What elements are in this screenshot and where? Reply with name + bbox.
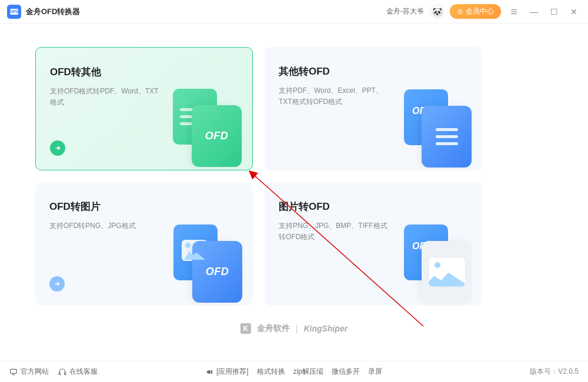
footer-link-zip[interactable]: zip解压缩: [293, 367, 323, 377]
headset-icon: [58, 368, 66, 376]
main-content: OFD转其他 支持OFD格式转PDF、Word、TXT格式 OFD 其他转OFD…: [0, 24, 588, 306]
card-desc: 支持PDF、Word、Excel、PPT、TXT格式转OFD格式: [279, 85, 390, 108]
megaphone-icon: [206, 368, 214, 376]
app-title: 金舟OFD转换器: [26, 6, 80, 17]
watermark-brand-cn: 金舟软件: [257, 323, 290, 334]
card-illustration: OFD: [388, 82, 476, 170]
card-illustration: OFD: [159, 217, 247, 306]
svg-rect-3: [11, 369, 17, 373]
app-logo-text: OFD: [10, 9, 18, 15]
online-support-link[interactable]: 在线客服: [58, 367, 98, 377]
card-other-to-ofd[interactable]: 其他转OFD 支持PDF、Word、Excel、PPT、TXT格式转OFD格式 …: [265, 47, 482, 170]
watermark-logo-icon: K: [240, 323, 251, 334]
card-desc: 支持PNG、JPG、BMP、TIFF格式转OFD格式: [279, 220, 390, 243]
card-illustration: OFD: [158, 82, 246, 170]
official-site-link[interactable]: 官方网站: [9, 367, 49, 377]
svg-rect-5: [59, 373, 60, 375]
footer-link-screen[interactable]: 录屏: [368, 367, 382, 377]
user-name[interactable]: 金舟-苏大爷: [386, 6, 424, 16]
monitor-icon: [9, 368, 18, 376]
footer-link-wechat[interactable]: 微信多开: [332, 367, 360, 377]
maximize-icon[interactable]: ☐: [547, 5, 561, 19]
version-label: 版本号：V2.0.5: [530, 367, 579, 377]
card-title: OFD转图片: [49, 200, 239, 213]
card-title: 图片转OFD: [279, 200, 468, 213]
card-desc: 支持OFD格式转PDF、Word、TXT格式: [50, 86, 162, 108]
minimize-icon[interactable]: —: [527, 5, 541, 19]
watermark: K 金舟软件 | KingShiper: [240, 323, 348, 334]
app-recommend-link[interactable]: [应用推荐]: [206, 367, 249, 377]
watermark-brand-en: KingShiper: [303, 324, 348, 333]
menu-icon[interactable]: [507, 5, 521, 19]
avatar[interactable]: 🐼: [430, 5, 444, 19]
card-title: 其他转OFD: [279, 65, 468, 78]
footer-link-format[interactable]: 格式转换: [257, 367, 285, 377]
card-ofd-to-other[interactable]: OFD转其他 支持OFD格式转PDF、Word、TXT格式 OFD: [35, 47, 253, 170]
titlebar: OFD 金舟OFD转换器 金舟-苏大爷 🐼 会员中心 — ☐ ✕: [0, 0, 588, 24]
card-illustration: OFD: [388, 217, 476, 306]
card-title: OFD转其他: [50, 65, 238, 79]
card-image-to-ofd[interactable]: 图片转OFD 支持PNG、JPG、BMP、TIFF格式转OFD格式 OFD: [265, 182, 482, 306]
app-logo: OFD: [7, 5, 21, 19]
footer: 官方网站 在线客服 [应用推荐] 格式转换 zip解压缩 微信多开 录屏 版本号…: [0, 361, 588, 382]
svg-rect-6: [65, 373, 66, 375]
arrow-right-icon[interactable]: [50, 140, 65, 156]
close-icon[interactable]: ✕: [567, 5, 581, 19]
arrow-right-icon[interactable]: [49, 276, 65, 291]
card-desc: 支持OFD转PNG、JPG格式: [49, 220, 161, 232]
member-center-button[interactable]: 会员中心: [450, 4, 501, 19]
card-ofd-to-image[interactable]: OFD转图片 支持OFD转PNG、JPG格式 OFD: [35, 182, 253, 306]
